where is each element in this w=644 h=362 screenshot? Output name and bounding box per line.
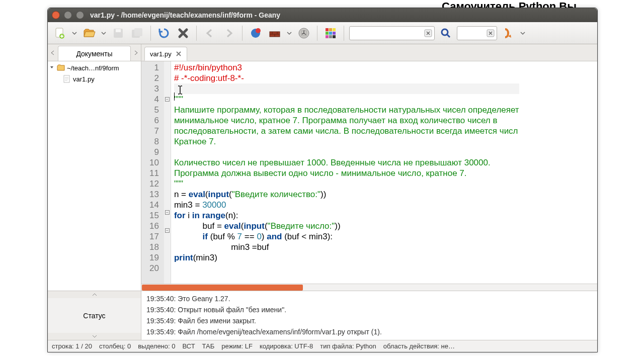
color-picker-button[interactable]: [323, 25, 339, 41]
file-tree[interactable]: ~/teach…nf/9form var1.py: [48, 61, 141, 291]
tree-folder[interactable]: ~/teach…nf/9form: [48, 62, 141, 73]
status-filetype: тип файла: Python: [320, 342, 376, 350]
status-scope: область действия: не…: [383, 342, 455, 350]
toolbar: [48, 22, 597, 44]
search-field[interactable]: [349, 26, 435, 40]
sidebar-nav-left[interactable]: [48, 45, 58, 61]
search-input[interactable]: [353, 29, 423, 37]
tab-close-icon[interactable]: [176, 51, 182, 57]
editor-tab-label: var1.py: [150, 50, 172, 58]
code-content[interactable]: #!/usr/bin/python3 # -*-coding:utf-8-*- …: [171, 61, 519, 284]
tree-file[interactable]: var1.py: [48, 73, 141, 84]
status-line: строка: 1 / 20: [52, 342, 92, 350]
clear-goto-icon[interactable]: [487, 29, 495, 37]
status-sel: выделено: 0: [138, 342, 175, 350]
fold-column[interactable]: −−−: [164, 61, 171, 284]
new-file-dropdown[interactable]: [71, 31, 78, 36]
svg-rect-5: [134, 28, 142, 36]
status-enc: кодировка: UTF-8: [260, 342, 313, 350]
svg-rect-21: [333, 35, 336, 38]
maximize-icon[interactable]: [76, 11, 84, 19]
tree-folder-label: ~/teach…nf/9form: [67, 64, 119, 72]
svg-point-7: [256, 28, 261, 33]
separator: [196, 26, 197, 41]
tree-file-label: var1.py: [73, 75, 95, 83]
status-ins: ВСТ: [182, 342, 195, 350]
close-file-button[interactable]: [175, 25, 191, 41]
build-dropdown[interactable]: [286, 31, 293, 36]
svg-rect-16: [326, 32, 329, 35]
svg-point-23: [442, 29, 448, 35]
sidebar-nav-right[interactable]: [131, 45, 141, 61]
clear-search-icon[interactable]: [424, 29, 432, 37]
sidebar-header: Документы: [48, 44, 141, 61]
close-icon[interactable]: [52, 11, 60, 19]
nav-forward-button[interactable]: [221, 25, 237, 41]
main-area: Документы ~/teach…nf/9form var1.py var1.…: [48, 44, 597, 291]
svg-rect-17: [329, 32, 332, 35]
code-editor[interactable]: 1 2 3 4 5 6 7 8 9 10 11 12 13 14 15 16 1…: [141, 61, 597, 284]
line-gutter: 1 2 3 4 5 6 7 8 9 10 11 12 13 14 15 16 1…: [141, 61, 164, 284]
scroll-up-icon[interactable]: [48, 291, 141, 298]
separator: [317, 26, 317, 41]
goto-line-input[interactable]: [460, 29, 486, 37]
editor-tab[interactable]: var1.py: [144, 47, 187, 61]
sidebar: Документы ~/teach…nf/9form var1.py: [48, 44, 141, 291]
svg-rect-18: [333, 32, 336, 35]
svg-rect-14: [329, 28, 332, 31]
minimize-icon[interactable]: [64, 11, 72, 19]
message-tabs: Статус: [48, 291, 141, 340]
sidebar-tab-documents[interactable]: Документы: [58, 46, 131, 61]
scrollbar-thumb[interactable]: [142, 285, 303, 291]
goto-button[interactable]: [500, 25, 516, 41]
save-button[interactable]: [110, 25, 126, 41]
goto-line-field[interactable]: [457, 26, 497, 40]
message-tab-status[interactable]: Статус: [83, 298, 105, 333]
svg-rect-13: [326, 28, 329, 31]
search-button[interactable]: [438, 25, 454, 41]
new-file-button[interactable]: [52, 25, 68, 41]
nav-back-button[interactable]: [202, 25, 218, 41]
svg-rect-19: [326, 35, 329, 38]
open-file-button[interactable]: [81, 25, 97, 41]
separator: [150, 26, 151, 41]
editor-pane: var1.py 1 2 3 4 5 6 7 8 9 10 11 12 13 14…: [141, 44, 597, 291]
separator: [344, 26, 344, 41]
toolbar-overflow[interactable]: [519, 31, 526, 36]
app-window: var1.py - /home/evgenij/teach/examens/in…: [47, 8, 598, 352]
message-list[interactable]: 19:35:40: Это Geany 1.27.19:35:40: Откры…: [141, 291, 597, 340]
horizontal-scrollbar[interactable]: [141, 284, 597, 291]
build-button[interactable]: [267, 25, 283, 41]
scroll-down-icon[interactable]: [48, 333, 141, 340]
status-tab: ТАБ: [202, 342, 215, 350]
bottom-panel: Статус 19:35:40: Это Geany 1.27.19:35:40…: [48, 291, 597, 340]
status-col: столбец: 0: [99, 342, 131, 350]
svg-rect-15: [333, 28, 336, 31]
status-lf: режим: LF: [221, 342, 253, 350]
editor-tabstrip: var1.py: [141, 44, 597, 61]
window-title: var1.py - /home/evgenij/teach/examens/in…: [90, 11, 280, 19]
open-file-dropdown[interactable]: [100, 31, 107, 36]
statusbar: строка: 1 / 20 столбец: 0 выделено: 0 ВС…: [48, 340, 597, 352]
compile-button[interactable]: [248, 25, 264, 41]
svg-rect-3: [116, 29, 121, 32]
svg-rect-20: [329, 35, 332, 38]
separator: [242, 26, 243, 41]
titlebar[interactable]: var1.py - /home/evgenij/teach/examens/in…: [48, 8, 597, 22]
save-all-button[interactable]: [129, 25, 145, 41]
reload-button[interactable]: [156, 25, 172, 41]
run-button[interactable]: [296, 25, 312, 41]
